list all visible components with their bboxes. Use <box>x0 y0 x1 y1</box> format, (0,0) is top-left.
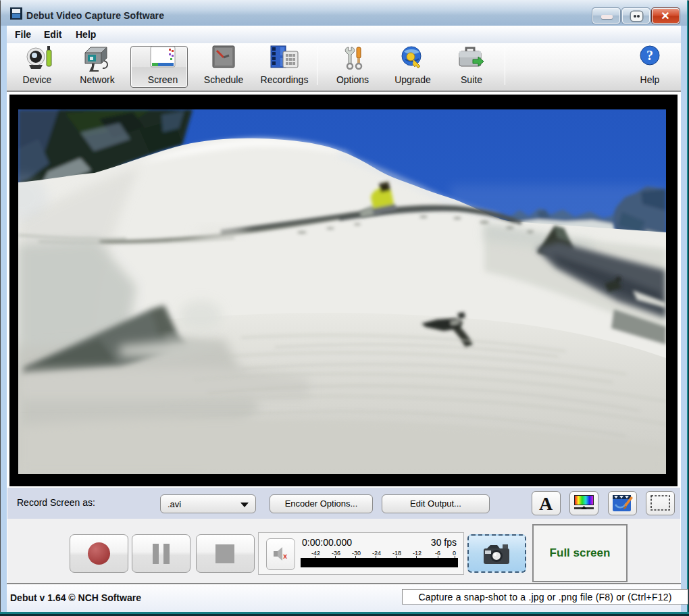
svg-text:x: x <box>283 552 288 560</box>
svg-text:?: ? <box>646 48 653 63</box>
svg-text:A: A <box>539 493 553 514</box>
svg-text:✕: ✕ <box>661 10 669 22</box>
